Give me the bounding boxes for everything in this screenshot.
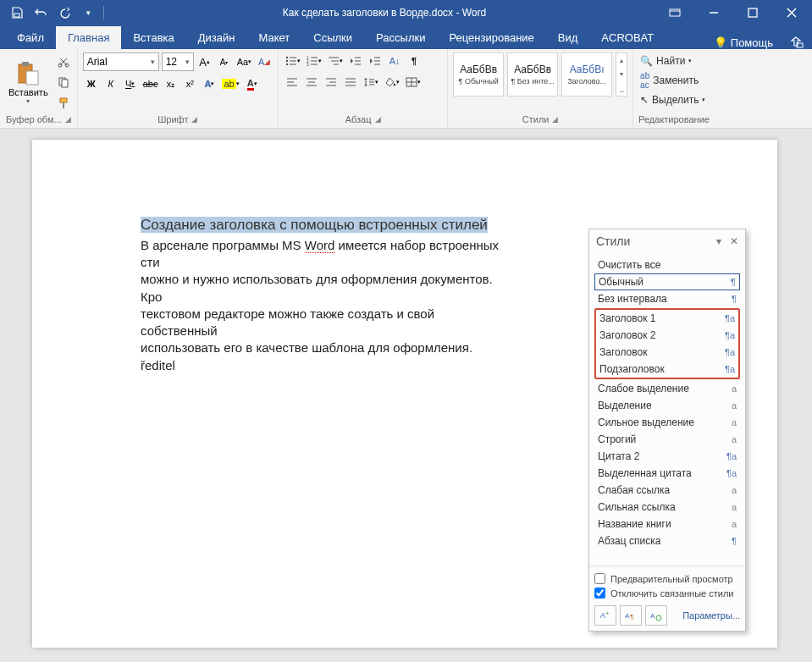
style-row[interactable]: Выделенная цитата¶a	[594, 465, 740, 482]
cut-icon[interactable]	[55, 53, 72, 70]
disable-linked-checkbox[interactable]: Отключить связанные стили	[594, 586, 740, 600]
group-styles: АаБбВв ¶ Обычный АаБбВв ¶ Без инте... Аа…	[448, 49, 633, 128]
bold-button[interactable]: Ж	[83, 75, 100, 92]
ribbon-display-icon[interactable]	[656, 0, 693, 25]
shrink-font-icon[interactable]: A▾	[216, 53, 233, 70]
undo-icon[interactable]	[32, 4, 49, 21]
align-center-icon[interactable]	[303, 74, 320, 91]
pane-close-icon[interactable]: ✕	[730, 235, 738, 247]
style-normal[interactable]: АаБбВв ¶ Обычный	[453, 52, 504, 97]
font-launcher-icon[interactable]: ◢	[191, 115, 197, 124]
clear-formatting-icon[interactable]: A◢	[256, 53, 273, 70]
font-name-combo[interactable]: Arial▾	[83, 52, 159, 71]
clipboard-launcher-icon[interactable]: ◢	[65, 115, 71, 124]
styles-pane-header[interactable]: Стили ▾ ✕	[589, 229, 745, 253]
new-style-icon[interactable]: A+	[594, 605, 616, 626]
style-row[interactable]: Без интервала¶	[594, 290, 740, 307]
text-effects-icon[interactable]: A▾	[201, 75, 218, 92]
doc-paragraph[interactable]: В арсенале программы MS Word имеется наб…	[141, 237, 506, 357]
styles-pane-footer: Предварительный просмотр Отключить связа…	[589, 565, 745, 631]
bullets-icon[interactable]: ▾	[284, 52, 302, 69]
increase-indent-icon[interactable]	[367, 52, 384, 69]
style-row-name: Заголовок	[599, 346, 647, 358]
decrease-indent-icon[interactable]	[347, 52, 364, 69]
tab-design[interactable]: Дизайн	[186, 26, 247, 49]
borders-icon[interactable]: ▾	[404, 74, 423, 91]
help-button[interactable]: 💡Помощь	[714, 36, 773, 49]
superscript-button[interactable]: x²	[181, 75, 198, 92]
show-marks-icon[interactable]: ¶	[406, 52, 423, 69]
clear-all-button[interactable]: Очистить все	[594, 257, 740, 273]
sort-icon[interactable]: A↓	[386, 52, 403, 69]
tab-references[interactable]: Ссылки	[301, 26, 364, 49]
style-row[interactable]: Название книгиa	[594, 516, 740, 532]
paragraph-launcher-icon[interactable]: ◢	[375, 115, 381, 124]
justify-icon[interactable]	[342, 74, 359, 91]
font-color-icon[interactable]: A▾	[244, 75, 261, 92]
tab-home[interactable]: Главная	[56, 26, 121, 49]
tab-mailings[interactable]: Рассылки	[364, 26, 437, 49]
numbering-icon[interactable]: 123▾	[305, 52, 323, 69]
qat-customize-icon[interactable]: ▾	[80, 4, 97, 21]
highlight-icon[interactable]: ab▾	[220, 75, 240, 92]
style-row[interactable]: Подзаголовок¶a	[596, 361, 738, 378]
style-nospacing[interactable]: АаБбВв ¶ Без инте...	[507, 52, 558, 97]
style-row[interactable]: Выделениеa	[594, 397, 740, 414]
style-row[interactable]: Слабое выделениеa	[594, 380, 740, 397]
svg-point-19	[286, 60, 288, 62]
style-row[interactable]: Сильное выделениеa	[594, 414, 740, 431]
style-heading1[interactable]: АаБбВı Заголово...	[561, 52, 612, 97]
underline-button[interactable]: Ч▾	[122, 75, 139, 92]
styles-launcher-icon[interactable]: ◢	[552, 115, 558, 124]
style-marker: a	[732, 502, 737, 512]
font-size-combo[interactable]: 12▾	[162, 52, 194, 71]
replace-button[interactable]: abacЗаменить	[638, 72, 710, 89]
chevron-down-icon: ▾	[151, 58, 155, 66]
change-case-icon[interactable]: Aa▾	[235, 53, 253, 70]
tab-insert[interactable]: Вставка	[121, 26, 185, 49]
style-row[interactable]: Заголовок¶a	[596, 344, 738, 361]
pane-menu-icon[interactable]: ▾	[716, 235, 721, 247]
style-row[interactable]: Цитата 2¶a	[594, 448, 740, 465]
style-row[interactable]: Абзац списка¶	[594, 532, 740, 549]
minimize-icon[interactable]	[695, 0, 732, 25]
style-inspector-icon[interactable]: A¶	[620, 605, 642, 626]
multilevel-list-icon[interactable]: ▾	[326, 52, 345, 69]
format-painter-icon[interactable]	[55, 95, 72, 112]
line-spacing-icon[interactable]: ▾	[362, 74, 380, 91]
tab-review[interactable]: Рецензирование	[437, 26, 545, 49]
tab-acrobat[interactable]: ACROBAT	[589, 26, 666, 49]
doc-heading[interactable]: Создание заголовка с помощью встроенных …	[141, 217, 488, 233]
style-row[interactable]: Сильная ссылкаa	[594, 499, 740, 516]
select-button[interactable]: ↖Выделить▾	[638, 91, 710, 108]
save-icon[interactable]	[8, 4, 25, 21]
tab-layout[interactable]: Макет	[246, 26, 301, 49]
redo-icon[interactable]	[56, 4, 73, 21]
italic-button[interactable]: К	[102, 75, 119, 92]
tab-file[interactable]: Файл	[5, 26, 56, 49]
style-row[interactable]: Строгийa	[594, 431, 740, 448]
tab-view[interactable]: Вид	[546, 26, 590, 49]
styles-gallery-more[interactable]: ▴▾⎯	[616, 52, 627, 97]
align-left-icon[interactable]	[284, 74, 301, 91]
strike-button[interactable]: abc	[141, 75, 160, 92]
align-right-icon[interactable]	[323, 74, 340, 91]
paste-button[interactable]: Вставить ▾	[5, 52, 52, 113]
grow-font-icon[interactable]: A▴	[196, 53, 213, 70]
subscript-button[interactable]: x₂	[162, 75, 179, 92]
maximize-icon[interactable]	[734, 0, 771, 25]
close-icon[interactable]	[773, 0, 810, 25]
svg-text:3: 3	[307, 62, 309, 66]
style-row[interactable]: Заголовок 1¶a	[596, 310, 738, 327]
preview-checkbox[interactable]: Предварительный просмотр	[594, 571, 740, 586]
find-button[interactable]: 🔍Найти▾	[638, 52, 710, 69]
style-row[interactable]: Заголовок 2¶a	[596, 327, 738, 344]
style-row[interactable]: Слабая ссылкаa	[594, 482, 740, 499]
styles-options-link[interactable]: Параметры...	[682, 610, 740, 621]
share-icon[interactable]	[788, 36, 804, 49]
shading-icon[interactable]: ▾	[383, 74, 401, 91]
group-paragraph: ▾ 123▾ ▾ A↓ ¶ ▾ ▾ ▾ Абзац◢	[279, 49, 448, 128]
style-row[interactable]: Обычный¶	[594, 273, 740, 290]
manage-styles-icon[interactable]: A	[645, 605, 667, 626]
copy-icon[interactable]	[55, 74, 72, 91]
